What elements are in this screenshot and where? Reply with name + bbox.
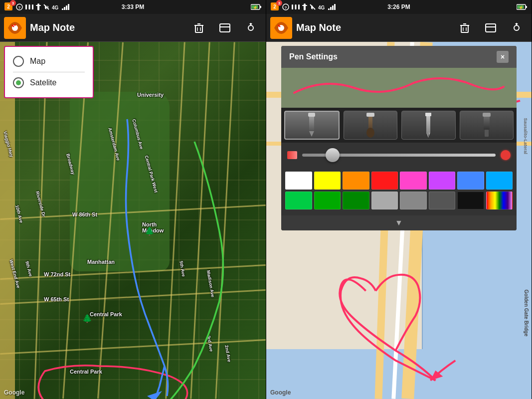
right-notification-badge: 3 xyxy=(276,0,282,6)
usb-icon xyxy=(36,3,41,10)
color-blue[interactable] xyxy=(457,172,484,190)
svg-rect-61 xyxy=(486,24,496,32)
svg-rect-41 xyxy=(304,3,306,10)
svg-rect-14 xyxy=(66,5,67,10)
pen-settings-header: Pen Settings × xyxy=(281,46,517,68)
right-action-title: Map Note xyxy=(296,22,450,33)
left-action-title: Map Note xyxy=(30,22,184,33)
share-button-right[interactable] xyxy=(506,17,528,39)
map-type-option-satellite[interactable]: Satelite xyxy=(13,74,85,91)
globe-icon-right xyxy=(485,22,497,34)
pen-settings-title: Pen Settings xyxy=(289,52,338,61)
right-signal-4g-icon: 4G xyxy=(318,3,326,10)
left-time: 3:33 PM xyxy=(122,3,144,10)
svg-text:⚡: ⚡ xyxy=(253,5,258,10)
left-action-bar: Map Note xyxy=(0,14,266,42)
svg-text:4G: 4G xyxy=(52,5,59,10)
svg-rect-17 xyxy=(260,6,261,8)
svg-rect-80 xyxy=(483,113,491,117)
svg-rect-5 xyxy=(29,4,30,9)
size-slider-track[interactable] xyxy=(302,154,496,157)
color-purple[interactable] xyxy=(429,172,456,190)
pen-tool-1[interactable] xyxy=(284,111,340,140)
pen-settings-close-button[interactable]: × xyxy=(497,51,509,63)
left-status-bar: 2 3 ? 4G 3:33 PM xyxy=(0,0,266,14)
road-map: 101 Sausalito-Lateral Golden Gate Bridge xyxy=(266,42,532,399)
svg-rect-40 xyxy=(298,4,300,9)
color-red[interactable] xyxy=(371,172,398,190)
svg-rect-12 xyxy=(62,8,63,10)
trash-button-left[interactable] xyxy=(188,17,210,39)
trash-button-right[interactable] xyxy=(454,17,476,39)
left-app-icon-container xyxy=(4,17,26,39)
svg-point-29 xyxy=(248,25,253,30)
signal-4g-icon: 4G xyxy=(52,3,60,10)
size-slider-thumb[interactable] xyxy=(326,148,340,162)
map-type-option-map[interactable]: Map xyxy=(13,53,85,70)
share-icon-left xyxy=(245,22,257,34)
globe-button-left[interactable] xyxy=(214,17,236,39)
svg-rect-56 xyxy=(461,25,468,32)
pen-tool-4-icon xyxy=(479,113,495,138)
right-battery-icon: ⚡ xyxy=(517,3,528,10)
svg-text:?: ? xyxy=(285,5,287,10)
globe-button-right[interactable] xyxy=(480,17,502,39)
svg-text:2: 2 xyxy=(273,4,276,9)
central-park-greenery xyxy=(70,92,170,271)
svg-rect-49 xyxy=(334,4,336,10)
color-dark-green[interactable] xyxy=(343,192,369,209)
right-status-bar: 2 3 ? 4G 3:26 PM xyxy=(266,0,532,14)
status-icons-left: 2 3 ? 4G xyxy=(4,2,71,12)
color-black[interactable] xyxy=(457,192,484,209)
color-white[interactable] xyxy=(285,172,312,190)
pen-tool-4[interactable] xyxy=(460,111,514,140)
color-dropdown-row[interactable]: ▼ xyxy=(281,215,517,230)
svg-rect-4 xyxy=(25,4,27,9)
color-green[interactable] xyxy=(314,192,341,209)
share-button-left[interactable] xyxy=(240,17,262,39)
notification-badge: 3 xyxy=(10,0,16,6)
svg-rect-7 xyxy=(37,3,39,10)
battery-icon: ⚡ xyxy=(251,3,262,10)
left-map-area[interactable]: University NorthMeadow Manhattan Central… xyxy=(0,42,266,399)
slider-min-indicator xyxy=(287,151,297,159)
svg-rect-79 xyxy=(485,130,489,137)
svg-rect-46 xyxy=(328,8,330,10)
radio-satellite-inner xyxy=(16,80,21,85)
svg-rect-73 xyxy=(366,113,374,117)
question-icon: ? xyxy=(16,3,23,10)
svg-marker-69 xyxy=(309,131,314,137)
map-type-popup[interactable]: Map Satelite xyxy=(4,46,94,98)
color-dark-gray[interactable] xyxy=(429,192,456,209)
svg-text:4G: 4G xyxy=(318,5,325,10)
color-gray[interactable] xyxy=(400,192,427,209)
pen-tool-3[interactable] xyxy=(401,111,456,140)
color-orange[interactable] xyxy=(343,172,369,190)
pen-tool-2[interactable] xyxy=(344,111,398,140)
svg-point-72 xyxy=(366,128,374,138)
trash-icon-left xyxy=(193,22,205,34)
pen-tool-2-icon xyxy=(361,113,379,138)
color-rainbow[interactable] xyxy=(486,192,513,209)
radio-map xyxy=(13,56,24,67)
tree-1: 🌲 xyxy=(145,226,155,236)
color-light-green[interactable] xyxy=(285,192,312,209)
svg-rect-48 xyxy=(332,5,334,10)
map-type-map-label: Map xyxy=(30,57,45,66)
pen-preview-svg xyxy=(281,68,517,108)
left-google-watermark: Google xyxy=(4,389,24,396)
color-light-gray[interactable] xyxy=(371,192,398,209)
color-palette xyxy=(281,168,517,215)
svg-rect-47 xyxy=(330,7,332,10)
pen-tools-row xyxy=(281,108,517,143)
pen-preview-area xyxy=(281,68,517,108)
color-light-blue[interactable] xyxy=(486,172,513,190)
color-yellow[interactable] xyxy=(314,172,341,190)
svg-text:⚡: ⚡ xyxy=(519,5,524,10)
trash-icon-right xyxy=(459,22,471,34)
right-map-area[interactable]: 101 Sausalito-Lateral Golden Gate Bridge xyxy=(266,42,532,399)
right-panel: 2 3 ? 4G 3:26 PM xyxy=(266,0,532,399)
svg-text:?: ? xyxy=(18,5,21,10)
slider-row xyxy=(281,143,517,168)
color-pink[interactable] xyxy=(400,172,427,190)
